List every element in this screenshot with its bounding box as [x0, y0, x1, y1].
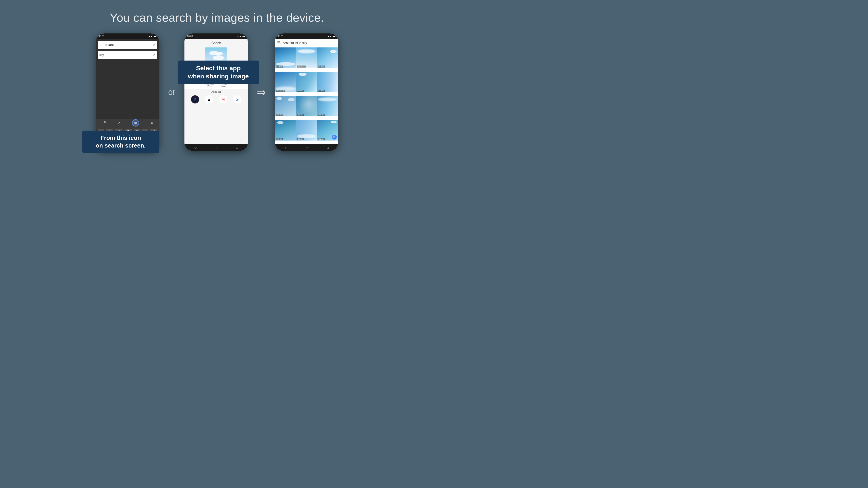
grid-item-11[interactable]: 450x300 [296, 120, 317, 140]
phone2-tooltip-line2: when sharing image [188, 73, 249, 80]
search-fab-button[interactable]: 🔍 [332, 135, 337, 140]
phone1-tooltip: From this icon on search screen. [82, 131, 159, 153]
search-input-clear[interactable]: ✕ [153, 53, 156, 57]
phone1-wrapper: 00:00 ▲▲ ■■ ← Search ✕ s [96, 33, 159, 151]
grid-label-11: 450x300 [297, 138, 304, 140]
back-icon[interactable]: ← [99, 42, 103, 47]
phone1-search-bar[interactable]: ← Search ✕ [98, 41, 157, 49]
phone2-tooltip: Select this app when sharing image [178, 61, 259, 84]
phone3-nav-home[interactable]: ○ [306, 146, 308, 149]
cloud-img7 [276, 97, 282, 100]
grid-item-7[interactable]: 600x600 [275, 96, 296, 116]
signal-icon: ■■ [154, 35, 156, 37]
phone3-status-bar: 00:00 ▲▲ ■■ [275, 33, 338, 39]
phone1-time: 00:00 [98, 35, 104, 37]
app-drive[interactable]: ▲ [205, 95, 213, 103]
wifi-icon: ▲▲ [148, 35, 153, 37]
cloud-img1 [276, 62, 295, 66]
grid-image-5 [296, 72, 317, 92]
image-grid: 612x408 2000x1217 [275, 47, 338, 144]
phone2-screen: 00:00 ▲▲ ■■ Share [184, 33, 248, 151]
grid-image-11 [296, 120, 317, 140]
page-title: You can search by images in the device. [110, 11, 324, 24]
phone3: 00:00 ▲▲ ■■ ☰ beautiful blue sky [275, 33, 338, 151]
trend-icon[interactable]: ↗ [118, 121, 121, 125]
search-fab-icon: 🔍 [333, 135, 336, 139]
phone2-status-bar: 00:00 ▲▲ ■■ [184, 33, 248, 39]
grid-image-6 [317, 72, 338, 92]
arrow-connector: ⇒ [257, 86, 266, 98]
grid-image-7 [275, 96, 296, 116]
phone2-tooltip-line1: Select this app [196, 65, 241, 72]
phone3-content: ☰ beautiful blue sky 612x408 [275, 39, 338, 151]
grid-item-1[interactable]: 612x408 [275, 47, 296, 68]
grid-label-7: 600x600 [276, 114, 283, 116]
grid-label-4: 1500x1125 [276, 90, 285, 92]
grid-item-10[interactable]: 800x534 [275, 120, 296, 140]
grid-image-4 [275, 72, 296, 92]
grid-label-8: 322x200 [297, 114, 304, 116]
app-bluetooth2[interactable]: ᛒ [191, 95, 199, 103]
grid-item-12[interactable]: 601x300 🔍 [317, 120, 338, 140]
grid-image-1 [275, 47, 296, 68]
phone1-tooltip-line1: From this icon [100, 134, 141, 141]
phone3-status-icons: ▲▲ ■■ [327, 35, 336, 37]
phone1-search-input[interactable]: sky ✕ [98, 51, 157, 59]
cloud-img11 [297, 134, 316, 138]
drive-icon: ▲ [207, 97, 211, 102]
cloud-glow-8 [296, 96, 317, 116]
phones-row: 00:00 ▲▲ ■■ ← Search ✕ s [0, 33, 434, 151]
grid-image-2 [296, 47, 317, 68]
grid-label-10: 800x534 [276, 138, 283, 140]
google-icon: G [236, 97, 239, 102]
phone2-nav-home[interactable]: ○ [215, 146, 217, 149]
phone3-nav-back[interactable]: ◁ [284, 146, 287, 149]
phone3-nav-bar: ◁ ○ □ [275, 144, 338, 151]
phone3-nav-recent[interactable]: □ [327, 146, 329, 149]
grid-label-2: 2000x1217 [297, 66, 306, 68]
app-google[interactable]: G [233, 95, 241, 103]
search-clear-icon[interactable]: ✕ [153, 43, 156, 46]
grid-image-9 [317, 96, 338, 116]
gmail-icon: M [221, 97, 225, 102]
share-sheet: Share [184, 39, 248, 144]
grid-item-6[interactable]: 910x607 [317, 72, 338, 92]
phone3-screen: 00:00 ▲▲ ■■ ☰ beautiful blue sky [275, 33, 338, 151]
cloud-img9 [318, 98, 337, 101]
grid-item-2[interactable]: 2000x1217 [296, 47, 317, 68]
img-bg-6 [317, 72, 338, 92]
phone2-signal-icon: ■■ [242, 35, 245, 37]
hamburger-menu-icon[interactable]: ☰ [277, 41, 280, 45]
cloud-img3 [330, 50, 337, 53]
phone2-status-icons: ▲▲ ■■ [237, 35, 245, 37]
app-gmail[interactable]: M [219, 95, 227, 103]
mic-toolbar-icon[interactable]: 🎤 [101, 121, 106, 125]
grid-item-4[interactable]: 1500x1125 [275, 72, 296, 92]
copy-icon[interactable]: ⧉ [151, 121, 153, 125]
grid-item-3[interactable]: 800x451 [317, 47, 338, 68]
phone1-dark-area [96, 59, 159, 119]
grid-item-9[interactable]: 322x200 [317, 96, 338, 116]
image-icon: ⊞ [134, 121, 137, 125]
phone1-status-bar: 00:00 ▲▲ ■■ [96, 33, 159, 39]
grid-item-5[interactable]: 508x339 [296, 72, 317, 92]
phone2-nav-back[interactable]: ◁ [194, 146, 196, 149]
phone3-signal-icon: ■■ [333, 35, 336, 37]
search-typed-text: sky [99, 53, 104, 57]
phone3-wrapper: 00:00 ▲▲ ■■ ☰ beautiful blue sky [275, 33, 338, 151]
cloud-img7b [288, 98, 294, 101]
phone2-wifi-icon: ▲▲ [237, 35, 241, 37]
grid-item-8[interactable]: 322x200 [296, 96, 317, 116]
cloud-img2 [298, 49, 316, 53]
search-bar-label: Search [105, 43, 153, 46]
results-search-title: beautiful blue sky [283, 41, 307, 45]
grid-image-8 [296, 96, 317, 116]
grid-label-3: 800x451 [318, 66, 325, 68]
grid-label-1: 612x408 [276, 66, 283, 68]
share-title: Share [184, 39, 248, 47]
phone2-nav-recent[interactable]: □ [237, 146, 238, 149]
grid-label-5: 508x339 [297, 90, 304, 92]
cloud-img5 [299, 73, 307, 76]
cloud3 [213, 55, 224, 60]
image-search-toolbar-icon[interactable]: ⊞ [132, 119, 139, 127]
